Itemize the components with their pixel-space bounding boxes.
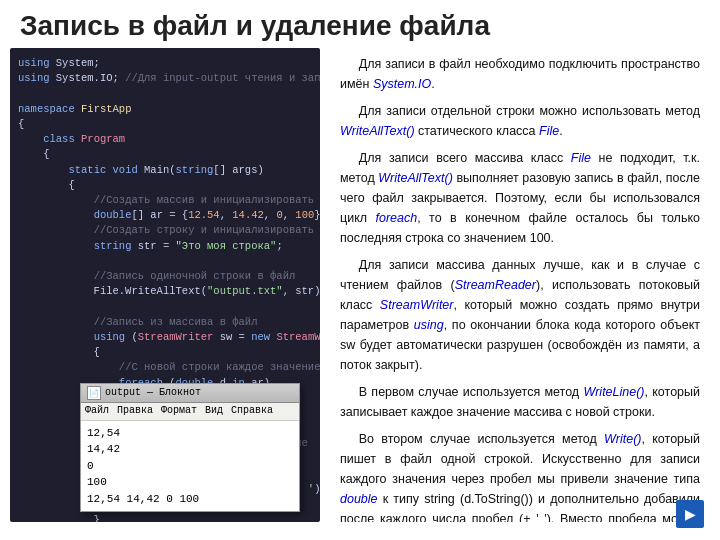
notepad-window[interactable]: 📄 output — Блокнот Файл Правка Формат Ви… — [80, 383, 300, 513]
desc-para-5: В первом случае используется метод Write… — [340, 382, 700, 422]
notepad-line-2: 14,42 — [87, 441, 293, 458]
notepad-line-4: 100 — [87, 474, 293, 491]
notepad-menu-help[interactable]: Справка — [231, 404, 273, 419]
code-panel: using System; using System.IO; //Для inp… — [10, 48, 320, 522]
notepad-menubar[interactable]: Файл Правка Формат Вид Справка — [81, 403, 299, 421]
notepad-menu-file[interactable]: Файл — [85, 404, 109, 419]
desc-para-1: Для записи в файл необходимо подключить … — [340, 54, 700, 94]
notepad-title: output — Блокнот — [105, 386, 201, 401]
nav-next-button[interactable] — [676, 500, 704, 528]
notepad-titlebar: 📄 output — Блокнот — [81, 384, 299, 404]
text-panel: Для записи в файл необходимо подключить … — [330, 48, 710, 522]
notepad-menu-format[interactable]: Формат — [161, 404, 197, 419]
notepad-line-5: 12,54 14,42 0 100 — [87, 491, 293, 508]
notepad-content: 12,54 14,42 0 100 12,54 14,42 0 100 — [81, 421, 299, 512]
desc-para-6: Во втором случае используется метод Writ… — [340, 429, 700, 522]
notepad-icon: 📄 — [87, 386, 101, 400]
notepad-line-3: 0 — [87, 458, 293, 475]
page-title: Запись в файл и удаление файла — [0, 0, 720, 48]
notepad-menu-view[interactable]: Вид — [205, 404, 223, 419]
desc-para-4: Для записи массива данных лучше, как и в… — [340, 255, 700, 375]
desc-para-2: Для записи отдельной строки можно исполь… — [340, 101, 700, 141]
notepad-menu-edit[interactable]: Правка — [117, 404, 153, 419]
notepad-line-1: 12,54 — [87, 425, 293, 442]
desc-para-3: Для записи всего массива класс File не п… — [340, 148, 700, 248]
